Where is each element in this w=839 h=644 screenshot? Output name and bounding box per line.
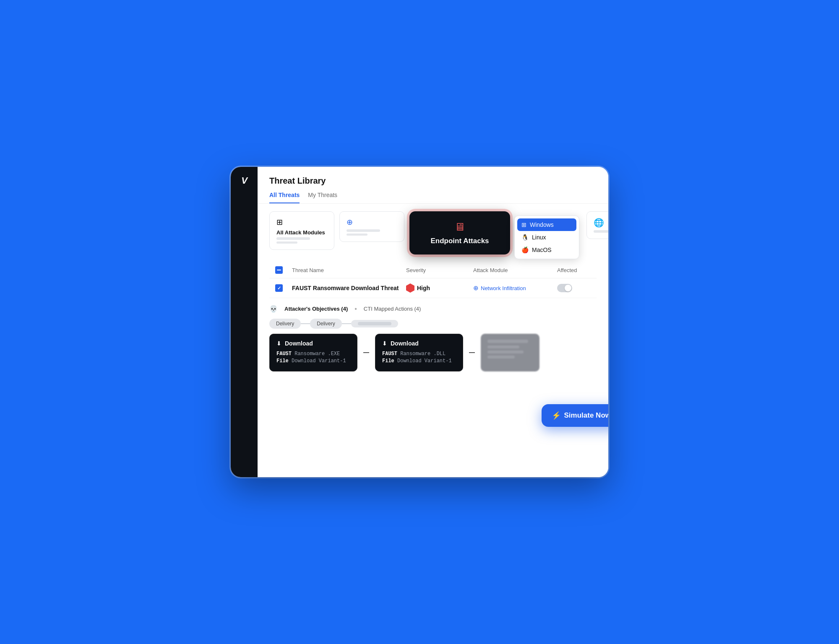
toggle-knob (565, 285, 571, 291)
download-card-1-header: ⬇ Download (276, 340, 350, 347)
all-modules-label: All Attack Modules (276, 229, 327, 236)
tab-all-threats[interactable]: All Threats (269, 192, 300, 203)
download-line-1-2: File Download Variant-1 (276, 358, 350, 364)
download-cards: ⬇ Download FAUST Ransomware .EXE File Do… (269, 334, 597, 371)
filter-row: ⊞ All Attack Modules ⊕ 🖥 Endpoint Attack… (258, 204, 608, 262)
network-icon: ⊕ (473, 284, 479, 292)
skull-icon: 💀 (269, 305, 278, 313)
blur-line-2 (487, 345, 519, 348)
connector-1 (363, 334, 369, 371)
grid-icon: ⊞ (276, 218, 327, 227)
card-sub-line (276, 237, 310, 240)
col-severity: Severity (406, 267, 426, 273)
severity-hexagon (406, 283, 414, 293)
monitor-icon: 🖥 (421, 221, 498, 234)
objectives-text: Attacker's Objectives (4) (284, 306, 348, 312)
checkbox-dash (277, 270, 281, 270)
download-line-2-1: FAUST Ransomware .DLL (382, 351, 456, 357)
bolt-icon: ⚡ (552, 411, 561, 420)
download-card-1[interactable]: ⬇ Download FAUST Ransomware .EXE File Do… (269, 334, 357, 371)
severity-text: High (417, 285, 430, 291)
os-option-windows[interactable]: ⊞ Windows (517, 218, 576, 231)
globe-icon: 🌐 (594, 218, 608, 228)
page-title: Threat Library (269, 176, 597, 186)
card-sub-line4 (347, 234, 367, 236)
threat-name-cell: FAUST Ransomware Download Threat (292, 285, 399, 291)
card-sub-line2 (276, 242, 297, 244)
col-attack-module: Attack Module (473, 267, 508, 273)
logo: V (241, 175, 247, 186)
col-threat-name: Threat Name (292, 267, 324, 273)
endpoint-attacks-label: Endpoint Attacks (430, 237, 489, 245)
download-card-2-header: ⬇ Download (382, 340, 456, 347)
windows-icon: ⊞ (521, 221, 526, 228)
checkbox-header[interactable] (275, 266, 292, 274)
main-window: V Threat Library All Threats My Threats … (231, 167, 608, 477)
objectives-bar: 💀 Attacker's Objectives (4) • CTI Mapped… (269, 305, 597, 313)
apple-icon: 🍎 (521, 247, 529, 253)
dot-separator: • (354, 305, 357, 313)
connector-line-2 (469, 352, 475, 353)
page-header: Threat Library All Threats My Threats (258, 167, 608, 204)
download-title-2: Download (391, 340, 419, 347)
bottom-section: 💀 Attacker's Objectives (4) • CTI Mapped… (258, 298, 608, 378)
row-checkbox-wrap[interactable]: ✓ (275, 284, 292, 292)
download-arrow-icon-1: ⬇ (276, 340, 281, 347)
globe-sub-line (594, 230, 608, 233)
simulate-now-label: Simulate Now (564, 411, 608, 420)
card-sub-line3 (347, 229, 380, 232)
table-header: Threat Name Severity Attack Module Affec… (269, 262, 597, 278)
blur-line-3 (487, 351, 524, 353)
download-card-2[interactable]: ⬇ Download FAUST Ransomware .DLL File Do… (375, 334, 463, 371)
download-line-1-1: FAUST Ransomware .EXE (276, 351, 350, 357)
tab-my-threats[interactable]: My Threats (308, 192, 337, 203)
download-card-3-blurred (481, 334, 539, 371)
severity-badge: High (406, 283, 473, 293)
download-arrow-icon-2: ⬇ (382, 340, 387, 347)
delivery-tag-1: Delivery (269, 319, 301, 329)
filter-card-endpoint-attacks[interactable]: 🖥 Endpoint Attacks (409, 211, 510, 254)
main-content: Threat Library All Threats My Threats ⊞ … (258, 167, 608, 477)
download-line-2-2: File Download Variant-1 (382, 358, 456, 364)
os-option-linux[interactable]: 🐧 Linux (517, 231, 576, 244)
row-checkbox[interactable]: ✓ (275, 284, 283, 292)
col-affected: Affected (557, 267, 577, 273)
delivery-tag-3 (351, 320, 398, 327)
table-row[interactable]: ✓ FAUST Ransomware Download Threat High … (269, 278, 597, 298)
windows-label: Windows (530, 221, 554, 228)
os-dropdown: ⊞ Windows 🐧 Linux 🍎 MacOS (514, 216, 579, 259)
tabs-bar: All Threats My Threats (269, 192, 597, 203)
connector-2 (469, 334, 475, 371)
linux-icon: 🐧 (521, 234, 529, 241)
blur-line-1 (487, 340, 528, 343)
delivery-tag-2: Delivery (310, 319, 341, 329)
delivery-row: Delivery Delivery (269, 319, 597, 329)
module-text: Network Infiltration (481, 285, 526, 291)
os-option-macos[interactable]: 🍎 MacOS (517, 244, 576, 256)
threat-table: Threat Name Severity Attack Module Affec… (258, 262, 608, 298)
affect-toggle[interactable] (557, 284, 572, 292)
module-badge[interactable]: ⊕ Network Infiltration (473, 284, 557, 292)
endpoint-card-wrap: 🖥 Endpoint Attacks ⊞ Windows 🐧 Linux 🍎 (409, 211, 510, 254)
connector-line-1 (363, 352, 369, 353)
macos-label: MacOS (532, 247, 552, 253)
filter-card-globe[interactable]: 🌐 (586, 211, 608, 239)
linux-label: Linux (532, 234, 546, 241)
simulate-now-button[interactable]: ⚡ Simulate Now (542, 404, 608, 427)
download-module-icon: ⊕ (347, 218, 397, 227)
checkmark-icon: ✓ (277, 286, 281, 291)
select-all-checkbox[interactable] (275, 266, 283, 274)
blur-line-4 (487, 356, 515, 358)
download-title-1: Download (285, 340, 313, 347)
cti-text: CTI Mapped Actions (4) (364, 306, 421, 312)
sidebar: V (231, 167, 258, 477)
filter-card-all-modules[interactable]: ⊞ All Attack Modules (269, 211, 334, 250)
filter-card-download[interactable]: ⊕ (339, 211, 404, 242)
